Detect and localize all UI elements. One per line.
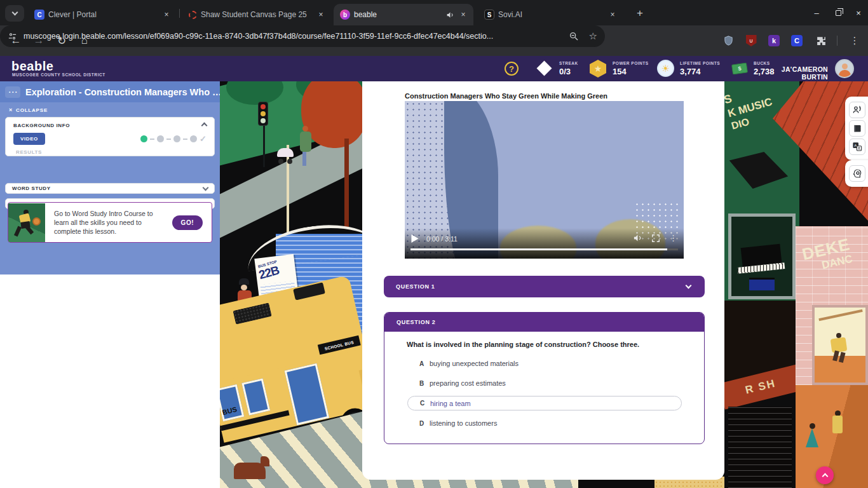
reload-button[interactable]: ↻: [52, 31, 71, 50]
shop-window-dark: [728, 407, 792, 488]
skills-toolbar: [845, 160, 868, 187]
soccer-illustration: [8, 203, 45, 242]
option-text: buying unexpected materials: [430, 360, 519, 367]
close-icon: ×: [9, 107, 13, 113]
translate-button[interactable]: A: [849, 139, 865, 155]
svg-text:A: A: [854, 144, 857, 147]
close-tab-icon[interactable]: ×: [316, 10, 326, 20]
lesson-menu-icon[interactable]: ⋯: [5, 86, 20, 98]
option-d[interactable]: D listening to customers: [419, 416, 497, 430]
tab-canvas[interactable]: Shaw Student Canvas Page 25 ×: [182, 4, 331, 25]
window-minimize-button[interactable]: –: [808, 6, 825, 19]
tree-trunk: [344, 139, 349, 227]
video-menu-kebab-icon[interactable]: ⋮: [669, 233, 677, 243]
question-1-bar[interactable]: QUESTION 1: [384, 276, 705, 297]
think-skills-button[interactable]: [849, 165, 865, 182]
option-letter: D: [419, 420, 430, 427]
scroll-to-top-button[interactable]: [816, 466, 834, 484]
beable-header: beable MUSCOGEE COUNTY SCHOOL DISTRICT ?…: [0, 56, 868, 81]
privacy-shield-extension-icon[interactable]: [720, 32, 736, 49]
lifetime-points-stat: LIFETIME POINTS 3,774: [680, 61, 720, 76]
browser-tab-bar: C Clever | Portal × Shaw Student Canvas …: [0, 0, 868, 25]
background-info-card[interactable]: BACKGROUND INFO VIDEO ✓ RESULTS: [5, 117, 215, 156]
collapse-button[interactable]: × COLLAPSE: [9, 107, 48, 113]
option-b[interactable]: B preparing cost estimates: [419, 376, 506, 390]
clever-favicon: C: [34, 10, 44, 20]
canvas-favicon: [189, 11, 197, 19]
close-tab-icon[interactable]: ×: [607, 10, 618, 20]
sovi-favicon: S: [484, 10, 494, 20]
district-name: MUSCOGEE COUNTY SCHOOL DISTRICT: [12, 72, 105, 77]
results-label: RESULTS: [16, 149, 207, 155]
ublock-extension-icon[interactable]: U: [743, 32, 759, 49]
word-study-promo-card: Go to Word Study Intro Course to learn a…: [8, 202, 212, 243]
streak-icon: [539, 63, 550, 74]
beable-favicon: b: [340, 10, 350, 20]
video-time: 0:00 / 3:11: [426, 235, 458, 243]
lesson-title: Exploration - Construction Managers Who …: [25, 87, 220, 97]
window-restore-button[interactable]: [830, 6, 846, 19]
video-player[interactable]: 0:00 / 3:11 ⋮: [405, 101, 684, 259]
extensions-puzzle-icon[interactable]: [813, 32, 829, 49]
progress-check-icon: ✓: [200, 134, 207, 144]
bookmark-star-icon[interactable]: ☆: [589, 30, 597, 42]
mute-icon[interactable]: [633, 233, 642, 243]
kami-extension-icon[interactable]: k: [766, 32, 782, 49]
video-chip[interactable]: VIDEO: [13, 133, 45, 145]
help-button[interactable]: ?: [505, 62, 519, 76]
option-a[interactable]: A buying unexpected materials: [419, 356, 519, 370]
avatar[interactable]: [835, 59, 854, 78]
tab-sovi-ai[interactable]: S Sovi.AI ×: [478, 4, 623, 25]
video-progress-bar[interactable]: [410, 248, 678, 250]
browser-menu-kebab-icon[interactable]: ⋮: [846, 32, 863, 49]
chevron-up-icon[interactable]: [201, 123, 208, 129]
tab-beable-active[interactable]: b beable ×: [334, 4, 473, 25]
streak-stat: STREAK 0/3: [559, 61, 578, 76]
zoom-page-icon[interactable]: [569, 31, 579, 41]
lesson-title-bar: ⋯ Exploration - Construction Managers Wh…: [0, 81, 220, 102]
close-tab-icon[interactable]: ×: [458, 10, 468, 20]
back-button[interactable]: ←: [6, 31, 25, 50]
audio-playing-icon: [446, 11, 454, 19]
tab-clever-portal[interactable]: C Clever | Portal ×: [28, 4, 177, 25]
question-2-card: QUESTION 2 What is involved in the plann…: [384, 312, 705, 444]
question-label: QUESTION 1: [396, 283, 686, 290]
clever-extension-icon[interactable]: C: [789, 32, 805, 49]
close-tab-icon[interactable]: ×: [161, 10, 172, 20]
power-points-icon: ★: [590, 60, 606, 78]
tab-search-button[interactable]: [5, 5, 24, 22]
dictionary-button[interactable]: [849, 120, 865, 137]
promo-text: Go to Word Study Intro Course to learn a…: [45, 209, 172, 236]
question-label: QUESTION 2: [397, 319, 704, 325]
screen: C Clever | Portal × Shaw Student Canvas …: [0, 0, 868, 488]
background-info-title: BACKGROUND INFO: [13, 123, 70, 128]
section-label: WORD STUDY: [12, 186, 51, 191]
go-button[interactable]: GO!: [172, 215, 203, 230]
option-c-selected[interactable]: C hiring a team: [407, 396, 682, 410]
read-aloud-button[interactable]: [849, 102, 865, 118]
lesson-progress-dots: ✓: [140, 134, 207, 144]
section-word-study[interactable]: WORD STUDY: [5, 183, 215, 194]
progress-dot: [173, 135, 180, 142]
play-button[interactable]: [411, 234, 419, 243]
fullscreen-icon[interactable]: [651, 234, 660, 243]
chevron-down-icon: [686, 283, 692, 289]
question-2-header[interactable]: QUESTION 2: [384, 313, 704, 332]
browser-toolbar: ← → ↻ ⌂ muscogee.login.beable.com/lesson…: [0, 25, 868, 56]
tab-title: Shaw Student Canvas Page 25: [201, 10, 312, 19]
chevron-down-icon: [11, 10, 18, 16]
home-button[interactable]: ⌂: [75, 31, 94, 50]
pedestrian: [302, 126, 311, 166]
chevron-down-icon: [203, 184, 209, 191]
dog-head: [261, 456, 269, 466]
window-close-button[interactable]: ×: [850, 6, 867, 19]
tab-title: Sovi.AI: [498, 10, 604, 19]
video-title: Construction Managers Who Stay Green Whi…: [405, 92, 607, 100]
option-text: listening to customers: [430, 419, 497, 427]
chevron-up-icon: [822, 473, 828, 480]
progress-dot: [190, 135, 197, 142]
forward-button[interactable]: →: [29, 31, 48, 50]
new-tab-button[interactable]: +: [633, 6, 647, 20]
lesson-sidebar: ⋯ Exploration - Construction Managers Wh…: [0, 81, 220, 488]
tab-title: Clever | Portal: [48, 10, 158, 19]
